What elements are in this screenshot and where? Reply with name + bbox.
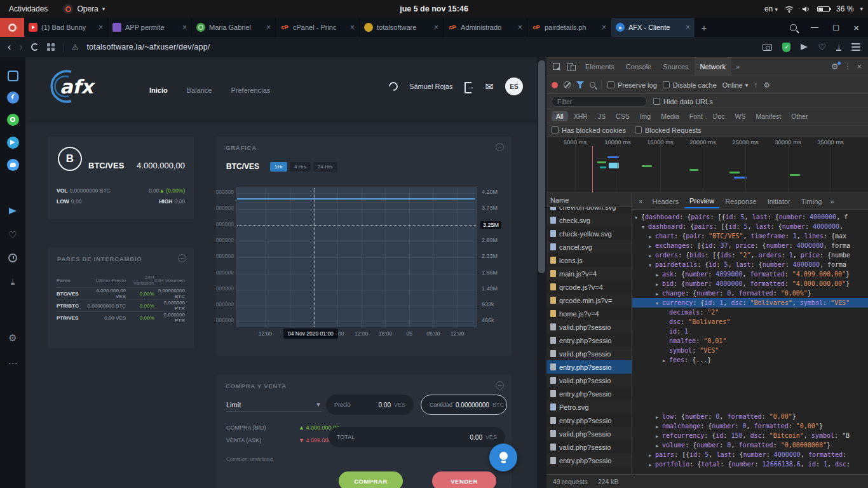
network-request-row[interactable]: check-yellow.svg (546, 227, 632, 240)
sell-button[interactable]: VENDER (432, 471, 496, 488)
filter-pill-other[interactable]: Other (787, 111, 812, 121)
tree-row[interactable]: symbol: "VES" (632, 346, 868, 355)
start-page-icon[interactable] (6, 69, 19, 82)
activities-button[interactable]: Actividades (0, 0, 57, 18)
devtools-tab-console[interactable]: Console (620, 57, 657, 76)
logout-icon[interactable] (465, 82, 474, 91)
opera-app-menu[interactable]: Opera ▾ (57, 0, 111, 18)
speed-dial-icon[interactable] (47, 43, 55, 51)
more-tabs-chevron[interactable]: » (733, 63, 743, 71)
tree-row[interactable]: dsc: "Bolívares" (632, 317, 868, 327)
inspect-element-icon[interactable] (549, 60, 563, 73)
tab-close-icon[interactable]: × (182, 23, 187, 32)
network-request-row[interactable]: entry.php?sessio (546, 360, 632, 374)
tab-close-icon[interactable]: × (350, 23, 355, 32)
tree-row[interactable]: ▶change: {number: 0, formatted: "0,00%"} (632, 288, 868, 298)
forward-button[interactable]: › (19, 42, 22, 52)
tab-close-icon[interactable]: × (434, 23, 438, 32)
refresh-sync-icon[interactable] (387, 80, 400, 93)
filter-pill-ws[interactable]: WS (731, 111, 750, 121)
tab-close-icon[interactable]: × (686, 23, 690, 32)
flow-icon[interactable] (6, 205, 19, 217)
tree-row[interactable]: decimals: "2" (632, 308, 868, 317)
tab-close-icon[interactable]: × (266, 23, 271, 32)
clock[interactable]: jue 5 de nov 15:46 (400, 4, 468, 13)
filter-pill-js[interactable]: JS (593, 111, 610, 121)
messenger-icon[interactable] (6, 91, 19, 104)
filter-pill-manifest[interactable]: Manifest (751, 111, 785, 121)
network-request-row[interactable]: valid.php?sessio (546, 427, 632, 440)
tree-row[interactable]: ▼dashboard: {pairs: [{id: 5, last: {numb… (632, 222, 868, 231)
network-request-row[interactable]: icons.js (546, 254, 632, 267)
snapshot-camera-icon[interactable] (763, 44, 772, 51)
url-text[interactable]: totalsoftware.la/~afxuser/dev/app/ (86, 43, 210, 51)
filter-pill-img[interactable]: Img (635, 111, 656, 121)
tab-search-icon[interactable] (790, 24, 797, 31)
amount-input[interactable]: Cantidad 0.00000000 BTC (421, 395, 507, 415)
requests-header[interactable]: Name (546, 193, 632, 207)
sidebar-downloads-icon[interactable]: ↓ (6, 274, 19, 287)
timeframe-1Hr[interactable]: 1Hr (270, 162, 287, 172)
network-request-row[interactable]: check.svg (546, 214, 632, 227)
detail-tab-preview[interactable]: Preview (684, 194, 719, 208)
afx-logo[interactable]: afx (43, 69, 119, 107)
tree-row[interactable]: ▶refcurrency: {id: 150, dsc: "Bitcoin", … (632, 431, 868, 440)
hide-data-urls-checkbox[interactable]: Hide data URLs (653, 98, 713, 105)
adblock-shield-icon[interactable]: ✓ (782, 43, 790, 52)
nav-item-preferencias[interactable]: Preferencias (231, 86, 271, 94)
network-request-row[interactable]: valid.php?sessio (546, 374, 632, 387)
buy-button[interactable]: COMPRAR (339, 471, 403, 488)
network-request-row[interactable]: cancel.svg (546, 240, 632, 254)
mail-icon[interactable]: ✉ (485, 81, 494, 93)
network-overview-timeline[interactable]: 5000 ms10000 ms15000 ms20000 ms25000 ms3… (546, 137, 868, 193)
device-toolbar-icon[interactable] (564, 60, 578, 73)
record-network-log-icon[interactable] (552, 82, 558, 88)
filter-pill-media[interactable]: Media (656, 111, 684, 121)
devtools-settings-gear-icon[interactable]: ⚙ (831, 62, 839, 71)
timeframe-4Hrs[interactable]: 4 Hrs (290, 162, 311, 172)
network-request-row[interactable]: home.js?v=4 (546, 307, 632, 320)
tab-close-icon[interactable]: × (518, 23, 522, 32)
devtools-close-icon[interactable]: × (857, 62, 862, 71)
tree-row[interactable]: ▶nmalchange: {number: 0, formatted: "0,0… (632, 421, 868, 431)
tree-row[interactable]: ▼pairdetails: {id: 5, last: {number: 400… (632, 260, 868, 269)
keyboard-layout[interactable]: en ▾ (764, 4, 778, 13)
order-type-select[interactable]: Limit▼ (226, 398, 322, 412)
avatar[interactable]: ES (505, 78, 523, 95)
network-request-row[interactable]: valid.php?sessio (546, 347, 632, 360)
nav-item-inicio[interactable]: Inicio (149, 86, 168, 94)
browser-tab[interactable]: Maria Gabriel× (192, 18, 276, 37)
has-blocked-cookies-checkbox[interactable]: Has blocked cookies (552, 126, 626, 134)
collapse-icon[interactable] (178, 254, 186, 262)
filter-pill-doc[interactable]: Doc (709, 111, 729, 121)
timeframe-24Hrs[interactable]: 24 Hrs (313, 162, 337, 172)
tree-row[interactable]: ▶portfolio: {total: {number: 12666138.6,… (632, 459, 868, 469)
network-request-row[interactable]: entry.php?sessio (546, 387, 632, 400)
filter-pill-font[interactable]: Font (685, 111, 707, 121)
network-request-row[interactable]: main.js?v=4 (546, 267, 632, 280)
history-icon[interactable] (6, 252, 19, 264)
price-chart-plot[interactable] (236, 187, 477, 327)
devtools-tab-network[interactable]: Network (695, 57, 731, 76)
devtools-tab-elements[interactable]: Elements (580, 57, 620, 76)
tree-row[interactable]: ▶low: {number: 0, formatted: "0,00"} (632, 412, 868, 421)
tree-row[interactable]: ▶pairs: [{id: 5, last: {number: 4000000,… (632, 450, 868, 459)
tree-row[interactable]: ▶bid: {number: 4000000, formatted: "4.00… (632, 279, 868, 288)
collapse-icon[interactable] (496, 381, 504, 390)
more-detail-tabs-chevron[interactable]: » (830, 198, 834, 205)
collapse-icon[interactable] (496, 143, 504, 151)
tree-row[interactable]: ▶chart: {pair: "BTC/VES", timeframe: 1, … (632, 231, 868, 241)
search-network-icon[interactable] (590, 82, 595, 88)
network-request-row[interactable]: chevron-down.svg (546, 207, 632, 214)
detail-tab-response[interactable]: Response (720, 195, 762, 208)
network-request-row[interactable]: qrcode.js?v=4 (546, 280, 632, 294)
preserve-log-checkbox[interactable]: Preserve log (607, 81, 657, 89)
whatsapp-icon[interactable] (6, 113, 19, 126)
requests-count[interactable]: 49 requests (553, 478, 588, 485)
tab-close-icon[interactable]: × (98, 23, 103, 32)
detail-tab-initiator[interactable]: Initiator (763, 195, 796, 208)
settings-gear-icon[interactable]: ⚙ (6, 332, 19, 344)
pairs-table-row[interactable]: PTR/VES0,00 VES0,00%0,000000 PTR (57, 311, 185, 323)
filter-pill-css[interactable]: CSS (611, 111, 634, 121)
browser-tab[interactable]: totalsoftware× (360, 18, 444, 37)
